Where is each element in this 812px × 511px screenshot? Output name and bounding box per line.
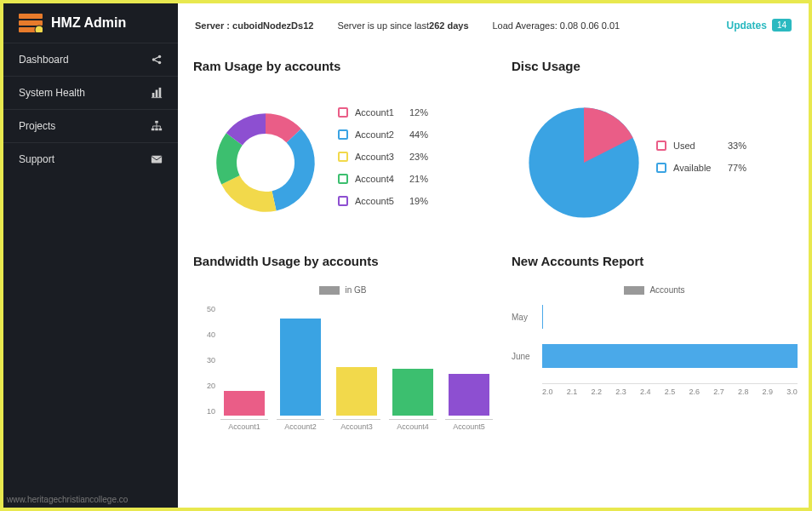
hbar-row: June (512, 344, 798, 368)
svg-rect-15 (152, 156, 162, 164)
bar-label: Account4 (389, 419, 437, 431)
x-tick: 2.2 (591, 388, 602, 396)
uptime-value: 262 days (429, 20, 468, 31)
sidebar-item-projects[interactable]: Projects (3, 109, 178, 142)
svg-point-5 (158, 55, 162, 59)
server-icon (19, 14, 43, 32)
y-tick: 20 (197, 382, 215, 390)
x-tick: 2.0 (542, 388, 553, 396)
legend-label: Account5 (355, 196, 409, 206)
app-logo: HMZ Admin (3, 3, 178, 43)
bar-group: Account2 (277, 319, 324, 431)
legend-swatch (624, 286, 644, 295)
legend-value: 19% (409, 196, 438, 206)
bar (336, 367, 377, 416)
svg-rect-10 (152, 97, 162, 98)
server-value: cuboidNodezDs12 (232, 20, 313, 31)
legend-label: Account3 (355, 152, 409, 162)
panel-title: Bandwidth Usage by accounts (193, 254, 493, 268)
svg-rect-14 (159, 129, 163, 131)
legend-label: Available (673, 163, 728, 173)
sidebar-item-label: Dashboard (19, 54, 69, 66)
x-tick: 2.7 (713, 388, 724, 396)
sitemap-icon (151, 120, 163, 132)
y-axis: 5040302010 (197, 305, 215, 416)
svg-rect-12 (152, 129, 155, 131)
legend-label: Account2 (355, 129, 409, 140)
svg-point-6 (158, 61, 162, 65)
svg-rect-7 (152, 93, 155, 97)
panel-title: Disc Usage (512, 59, 798, 73)
x-tick: 2.1 (567, 388, 578, 396)
uptime-label: Server is up since last (337, 20, 429, 31)
bar-label: Account5 (445, 419, 493, 431)
legend-value: 77% (728, 163, 757, 173)
updates-badge: 14 (772, 19, 792, 32)
svg-rect-8 (156, 90, 158, 98)
panel-disc-usage: Disc Usage Used 33% Available 77% (512, 59, 798, 235)
disc-legend: Used 33% Available 77% (656, 141, 757, 185)
legend-row: Account1 12% (338, 107, 438, 118)
x-tick: 3.0 (786, 388, 798, 396)
watermark: www.heritagechristiancollege.co (7, 495, 128, 504)
hbar (542, 344, 798, 368)
bar (280, 319, 321, 416)
legend-row: Account4 21% (338, 174, 438, 184)
legend-label: Account1 (355, 107, 409, 118)
sidebar-item-system-health[interactable]: System Health (3, 76, 178, 109)
server-info: Server : cuboidNodezDs12 (195, 20, 313, 31)
load-averages: Load Averages: 0.08 0.06 0.01 (493, 20, 620, 31)
server-label: Server : (195, 20, 230, 31)
main-content: Server : cuboidNodezDs12 Server is up si… (178, 3, 809, 508)
legend-value: 23% (409, 152, 438, 162)
panel-bandwidth: Bandwidth Usage by accounts in GB 504030… (193, 254, 493, 431)
sidebar-item-label: System Health (19, 87, 85, 99)
bar-group: Account3 (333, 367, 380, 431)
x-tick: 2.4 (640, 388, 651, 396)
share-icon (151, 54, 163, 66)
bandwidth-legend: in GB (193, 285, 493, 295)
legend-value: 12% (409, 107, 438, 118)
legend-swatch (338, 196, 348, 206)
legend-value: 33% (728, 141, 757, 151)
sidebar-item-dashboard[interactable]: Dashboard (3, 43, 178, 76)
x-axis: 2.02.12.22.32.42.52.62.72.82.93.0 (542, 383, 798, 396)
x-tick: 2.9 (763, 388, 774, 396)
legend-row: Account5 19% (338, 196, 438, 206)
svg-point-3 (35, 26, 43, 32)
x-tick: 2.8 (738, 388, 749, 396)
svg-rect-11 (155, 121, 158, 123)
hbar-label: June (512, 352, 542, 361)
bar-chart-icon (151, 87, 163, 99)
envelope-icon (151, 153, 163, 165)
sidebar-item-label: Support (19, 153, 54, 165)
x-tick: 2.5 (665, 388, 676, 396)
y-tick: 50 (197, 305, 215, 313)
bar-label: Account2 (277, 419, 324, 431)
hbar (542, 305, 543, 329)
panel-title: New Accounts Report (512, 254, 798, 268)
svg-rect-0 (19, 14, 43, 19)
topbar: Server : cuboidNodezDs12 Server is up si… (193, 3, 793, 43)
bar-label: Account3 (333, 419, 380, 431)
legend-label: Account4 (355, 174, 409, 184)
bar (224, 391, 265, 416)
legend-swatch (319, 286, 340, 295)
sidebar-item-label: Projects (19, 120, 55, 132)
updates-link[interactable]: Updates (727, 20, 767, 32)
legend-label: in GB (345, 285, 366, 295)
legend-row: Account2 44% (338, 129, 438, 140)
legend-swatch (338, 174, 348, 184)
bandwidth-bar-chart: 5040302010 Account1 Account2 Account3 Ac… (220, 303, 493, 431)
x-tick: 2.3 (615, 388, 626, 396)
svg-rect-13 (155, 129, 158, 131)
legend-row: Available 77% (656, 163, 757, 173)
legend-row: Used 33% (656, 141, 757, 151)
legend-value: 21% (409, 174, 438, 184)
sidebar-item-support[interactable]: Support (3, 142, 178, 175)
y-tick: 10 (197, 407, 215, 416)
bar-group: Account5 (445, 374, 493, 431)
accounts-legend: Accounts (512, 285, 798, 295)
bar-label: Account1 (220, 419, 268, 431)
uptime-info: Server is up since last262 days (337, 20, 468, 31)
